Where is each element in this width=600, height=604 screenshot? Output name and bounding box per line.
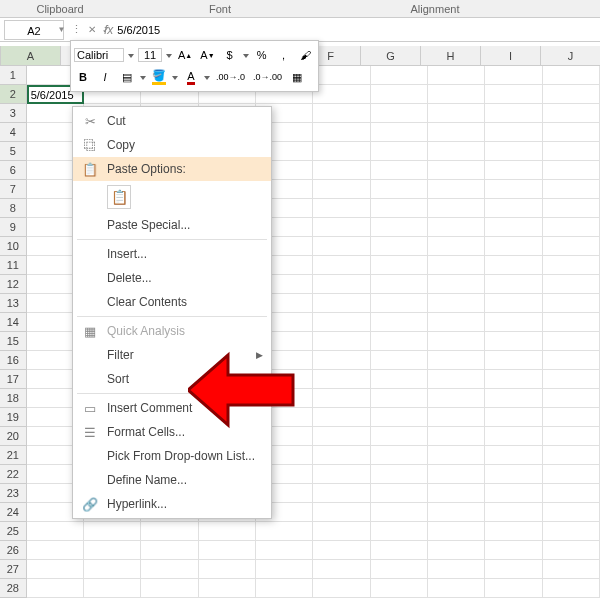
cell[interactable] — [485, 218, 542, 237]
cell[interactable] — [313, 66, 370, 85]
font-dropdown-icon[interactable] — [128, 51, 134, 60]
cell[interactable] — [313, 294, 370, 313]
cell[interactable] — [313, 180, 370, 199]
cell[interactable] — [371, 522, 428, 541]
row-header[interactable]: 15 — [0, 332, 27, 351]
cell[interactable] — [485, 275, 542, 294]
cell[interactable] — [371, 199, 428, 218]
cell[interactable] — [141, 560, 198, 579]
cell[interactable] — [485, 142, 542, 161]
cell[interactable] — [313, 484, 370, 503]
cell[interactable] — [256, 579, 313, 598]
cell[interactable] — [313, 370, 370, 389]
cell[interactable] — [428, 66, 485, 85]
cell[interactable] — [543, 484, 600, 503]
cell[interactable] — [371, 560, 428, 579]
increase-font-icon[interactable]: A▲ — [176, 45, 194, 65]
cell[interactable] — [485, 123, 542, 142]
row-header[interactable]: 5 — [0, 142, 27, 161]
cell[interactable] — [543, 446, 600, 465]
row-header[interactable]: 6 — [0, 161, 27, 180]
cell[interactable] — [141, 522, 198, 541]
cell[interactable] — [428, 408, 485, 427]
cell[interactable] — [543, 218, 600, 237]
cell[interactable] — [371, 427, 428, 446]
cell[interactable] — [485, 332, 542, 351]
cell[interactable] — [428, 370, 485, 389]
ctx-cut[interactable]: ✂ Cut — [73, 109, 271, 133]
row-header[interactable]: 13 — [0, 294, 27, 313]
percent-format-icon[interactable]: % — [253, 45, 271, 65]
cell[interactable] — [428, 351, 485, 370]
cell[interactable] — [313, 465, 370, 484]
cell[interactable] — [371, 351, 428, 370]
row-header[interactable]: 8 — [0, 199, 27, 218]
cell[interactable] — [371, 123, 428, 142]
cell[interactable] — [428, 294, 485, 313]
cell[interactable] — [371, 275, 428, 294]
ctx-quick-analysis[interactable]: ▦ Quick Analysis — [73, 319, 271, 343]
row-header[interactable]: 28 — [0, 579, 27, 598]
ctx-paste-special[interactable]: Paste Special... — [73, 213, 271, 237]
cell[interactable] — [313, 142, 370, 161]
cell[interactable] — [543, 370, 600, 389]
cell[interactable] — [371, 180, 428, 199]
cell[interactable] — [428, 332, 485, 351]
cell[interactable] — [428, 199, 485, 218]
cell[interactable] — [371, 579, 428, 598]
cell[interactable] — [485, 408, 542, 427]
cell[interactable] — [371, 389, 428, 408]
cell[interactable] — [371, 218, 428, 237]
ctx-paste-options[interactable]: 📋 Paste Options: — [73, 157, 271, 181]
cell[interactable] — [543, 465, 600, 484]
column-header[interactable]: J — [541, 46, 600, 65]
row-header[interactable]: 4 — [0, 123, 27, 142]
cell[interactable] — [543, 351, 600, 370]
cell[interactable] — [485, 503, 542, 522]
row-header[interactable]: 3 — [0, 104, 27, 123]
row-header[interactable]: 7 — [0, 180, 27, 199]
fill-color-icon[interactable]: 🪣 — [150, 67, 168, 87]
cell[interactable] — [485, 313, 542, 332]
ctx-insert[interactable]: Insert... — [73, 242, 271, 266]
cell[interactable] — [428, 275, 485, 294]
format-painter-icon[interactable]: 🖌 — [297, 45, 315, 65]
cell[interactable] — [371, 256, 428, 275]
cell[interactable] — [543, 66, 600, 85]
row-header[interactable]: 24 — [0, 503, 27, 522]
cell[interactable] — [485, 256, 542, 275]
cell[interactable] — [428, 484, 485, 503]
cell[interactable] — [485, 446, 542, 465]
decrease-font-icon[interactable]: A▼ — [198, 45, 216, 65]
cell[interactable] — [313, 256, 370, 275]
font-color-icon[interactable]: A — [182, 67, 200, 87]
cell[interactable] — [543, 256, 600, 275]
cell[interactable] — [428, 123, 485, 142]
cell[interactable] — [485, 560, 542, 579]
ctx-delete[interactable]: Delete... — [73, 266, 271, 290]
font-size-selector[interactable]: 11 — [138, 48, 162, 62]
cell[interactable] — [485, 370, 542, 389]
cell[interactable] — [371, 408, 428, 427]
fx-icon[interactable]: fx — [104, 23, 113, 37]
cell[interactable] — [543, 142, 600, 161]
cell[interactable] — [84, 541, 141, 560]
cell[interactable] — [371, 104, 428, 123]
ctx-paste-option-1[interactable]: 📋 — [73, 181, 271, 213]
cell[interactable] — [371, 142, 428, 161]
cell[interactable] — [543, 123, 600, 142]
row-header[interactable]: 20 — [0, 427, 27, 446]
cell[interactable] — [428, 579, 485, 598]
cell[interactable] — [313, 104, 370, 123]
row-header[interactable]: 9 — [0, 218, 27, 237]
cell[interactable] — [428, 465, 485, 484]
column-header[interactable]: A — [1, 46, 61, 65]
row-header[interactable]: 17 — [0, 370, 27, 389]
cell[interactable] — [428, 85, 485, 104]
cell[interactable] — [428, 541, 485, 560]
cell[interactable] — [371, 237, 428, 256]
cell[interactable] — [256, 560, 313, 579]
row-header[interactable]: 11 — [0, 256, 27, 275]
cell[interactable] — [313, 123, 370, 142]
cell[interactable] — [84, 579, 141, 598]
